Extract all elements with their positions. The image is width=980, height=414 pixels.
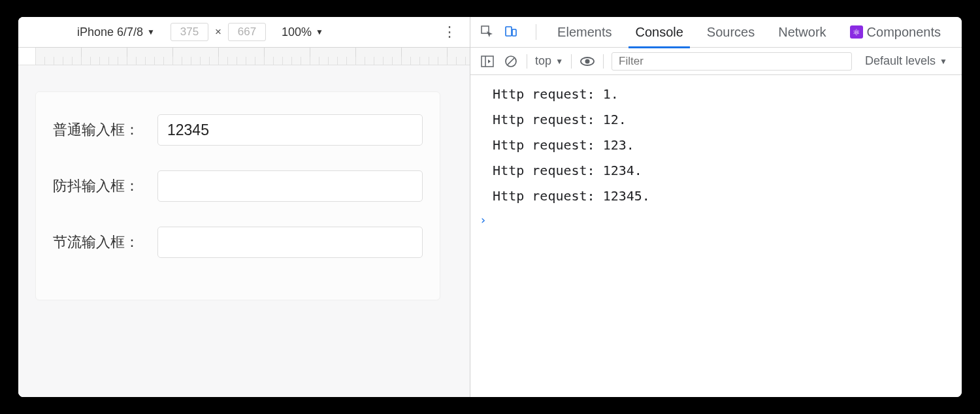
- normal-input[interactable]: [157, 114, 423, 146]
- device-select[interactable]: iPhone 6/7/8 ▼: [77, 25, 155, 39]
- console-toolbar: top ▼ Default levels ▼: [470, 48, 962, 75]
- log-level-label: Default levels: [865, 54, 936, 68]
- console-prompt[interactable]: ›: [470, 209, 962, 231]
- tab-components-label: Components: [867, 25, 941, 40]
- device-mode-icon[interactable]: [503, 24, 519, 40]
- horizontal-ruler: [36, 48, 470, 65]
- kebab-menu-icon[interactable]: ⋮: [438, 25, 461, 39]
- console-log-line[interactable]: Http request: 1.: [470, 82, 962, 107]
- normal-input-label: 普通输入框：: [53, 120, 157, 140]
- dimensions-group: ×: [171, 23, 266, 41]
- console-body: Http request: 1. Http request: 12. Http …: [470, 75, 962, 397]
- form-row-normal: 普通输入框：: [53, 114, 423, 146]
- svg-line-6: [508, 58, 514, 65]
- tab-elements[interactable]: Elements: [546, 17, 623, 48]
- tab-network-label: Network: [778, 25, 826, 40]
- height-input[interactable]: [228, 23, 266, 41]
- device-toolbar: iPhone 6/7/8 ▼ × 100% ▼ ⋮: [18, 17, 470, 48]
- zoom-label: 100%: [282, 25, 312, 39]
- chevron-down-icon: ▼: [316, 27, 323, 37]
- debounce-input[interactable]: [157, 170, 423, 202]
- svg-rect-2: [512, 29, 516, 36]
- tab-sources-label: Sources: [707, 25, 755, 40]
- device-emulation-pane: iPhone 6/7/8 ▼ × 100% ▼ ⋮ 普通输入框：: [18, 17, 470, 397]
- devtools-tabbar: Elements Console Sources Network ⚛ Compo…: [470, 17, 962, 48]
- context-select[interactable]: top ▼: [535, 54, 563, 68]
- svg-rect-3: [482, 56, 493, 67]
- chevron-down-icon: ▼: [147, 27, 155, 37]
- form-row-debounce: 防抖输入框：: [53, 170, 423, 202]
- throttle-input-label: 节流输入框：: [53, 232, 157, 252]
- console-filter-input[interactable]: [612, 52, 852, 71]
- devtools-pane: Elements Console Sources Network ⚛ Compo…: [470, 17, 962, 397]
- live-expression-icon[interactable]: [580, 54, 595, 69]
- form-card: 普通输入框： 防抖输入框： 节流输入框：: [35, 91, 440, 300]
- inspect-element-icon[interactable]: [480, 24, 495, 40]
- svg-point-8: [585, 59, 590, 63]
- preview-area: 普通输入框： 防抖输入框： 节流输入框：: [18, 65, 470, 397]
- width-input[interactable]: [171, 23, 208, 41]
- tab-separator: [536, 24, 536, 40]
- dimension-separator: ×: [215, 25, 221, 39]
- svg-rect-1: [506, 27, 512, 36]
- chevron-down-icon: ▼: [555, 57, 563, 66]
- sidebar-toggle-icon[interactable]: [480, 54, 495, 69]
- debounce-input-label: 防抖输入框：: [53, 176, 157, 196]
- toolbar-separator: [603, 54, 604, 69]
- toolbar-separator: [571, 54, 572, 69]
- form-row-throttle: 节流输入框：: [53, 227, 423, 258]
- zoom-select[interactable]: 100% ▼: [282, 25, 323, 39]
- chevron-right-icon: ›: [480, 213, 487, 227]
- console-log-line[interactable]: Http request: 12345.: [470, 183, 962, 209]
- console-log-line[interactable]: Http request: 1234.: [470, 158, 962, 183]
- console-log-line[interactable]: Http request: 12.: [470, 107, 962, 133]
- react-icon: ⚛: [850, 25, 863, 39]
- tab-elements-label: Elements: [557, 25, 612, 40]
- ruler-corner: [18, 48, 36, 65]
- browser-devtools-window: iPhone 6/7/8 ▼ × 100% ▼ ⋮ 普通输入框：: [18, 17, 962, 397]
- ruler-row: [18, 48, 470, 65]
- tab-components[interactable]: ⚛ Components: [838, 17, 953, 48]
- device-select-label: iPhone 6/7/8: [77, 25, 143, 39]
- console-log-line[interactable]: Http request: 123.: [470, 133, 962, 158]
- throttle-input[interactable]: [157, 227, 423, 258]
- tab-sources[interactable]: Sources: [695, 17, 766, 48]
- tab-console-label: Console: [635, 25, 683, 40]
- toolbar-separator: [527, 54, 527, 69]
- context-label: top: [535, 54, 551, 68]
- tab-network[interactable]: Network: [766, 17, 838, 48]
- log-level-select[interactable]: Default levels ▼: [860, 54, 953, 68]
- tab-console[interactable]: Console: [623, 17, 694, 48]
- clear-console-icon[interactable]: [503, 54, 519, 69]
- chevron-down-icon: ▼: [939, 57, 947, 66]
